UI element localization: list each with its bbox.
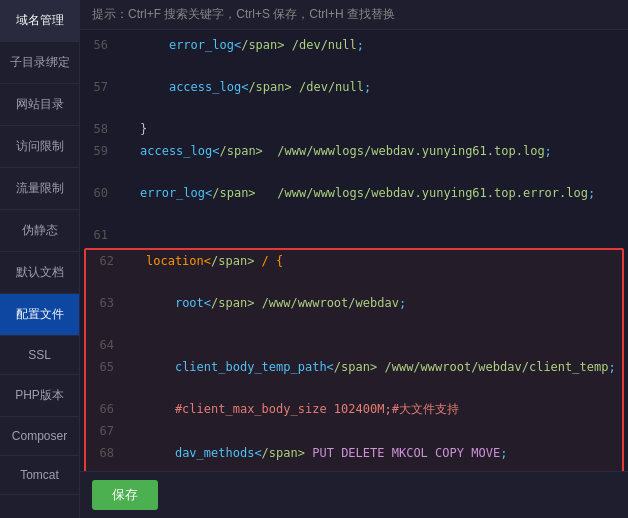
table-row: 65 client_body_temp_path</span> /www/www… <box>86 356 622 398</box>
line-number: 67 <box>86 421 122 441</box>
sidebar-item-config[interactable]: 配置文件 <box>0 294 79 336</box>
table-row: 56 error_log</span> /dev/null; <box>80 34 628 76</box>
table-row: 67 <box>86 420 622 442</box>
line-number: 61 <box>80 225 116 245</box>
table-row: 63 root</span> /www/wwwroot/webdav; <box>86 292 622 334</box>
highlighted-code-section: 62 location</span> / { 63 root</span> /w… <box>84 248 624 471</box>
table-row: 62 location</span> / { <box>86 250 622 292</box>
line-content: location</span> / { <box>146 251 622 291</box>
line-number: 56 <box>80 35 116 55</box>
sidebar-item-webdir[interactable]: 网站目录 <box>0 84 79 126</box>
sidebar-item-subdir[interactable]: 子目录绑定 <box>0 42 79 84</box>
sidebar: 域名管理 子目录绑定 网站目录 访问限制 流量限制 伪静态 默认文档 配置文件 … <box>0 0 80 518</box>
table-row: 57 access_log</span> /dev/null; <box>80 76 628 118</box>
line-content: dav_methods</span> PUT DELETE MKCOL COPY… <box>146 443 622 471</box>
line-content: #client_max_body_size 102400M;#大文件支持 <box>146 399 622 419</box>
line-number: 65 <box>86 357 122 377</box>
line-number: 58 <box>80 119 116 139</box>
sidebar-item-traffic[interactable]: 流量限制 <box>0 168 79 210</box>
line-content: root</span> /www/wwwroot/webdav; <box>146 293 622 333</box>
table-row: 58 } <box>80 118 628 140</box>
table-row: 66 #client_max_body_size 102400M;#大文件支持 <box>86 398 622 420</box>
sidebar-item-php[interactable]: PHP版本 <box>0 375 79 417</box>
line-number: 64 <box>86 335 122 355</box>
line-number: 68 <box>86 443 122 463</box>
line-number: 63 <box>86 293 122 313</box>
main-content: 提示：Ctrl+F 搜索关键字，Ctrl+S 保存，Ctrl+H 查找替换 56… <box>80 0 628 518</box>
line-content: access_log</span> /dev/null; <box>140 77 628 117</box>
sidebar-item-rewrite[interactable]: 伪静态 <box>0 210 79 252</box>
sidebar-item-access[interactable]: 访问限制 <box>0 126 79 168</box>
sidebar-item-ssl[interactable]: SSL <box>0 336 79 375</box>
sidebar-item-tomcat[interactable]: Tomcat <box>0 456 79 495</box>
line-number: 62 <box>86 251 122 271</box>
line-number: 60 <box>80 183 116 203</box>
hint-text: 提示：Ctrl+F 搜索关键字，Ctrl+S 保存，Ctrl+H 查找替换 <box>92 7 395 21</box>
sidebar-item-default-doc[interactable]: 默认文档 <box>0 252 79 294</box>
save-button[interactable]: 保存 <box>92 480 158 510</box>
line-content: } <box>140 119 628 139</box>
line-content: access_log</span> /www/wwwlogs/webdav.yu… <box>140 141 628 181</box>
line-number: 66 <box>86 399 122 419</box>
table-row: 59 access_log</span> /www/wwwlogs/webdav… <box>80 140 628 182</box>
hint-bar: 提示：Ctrl+F 搜索关键字，Ctrl+S 保存，Ctrl+H 查找替换 <box>80 0 628 30</box>
table-row: 68 dav_methods</span> PUT DELETE MKCOL C… <box>86 442 622 471</box>
table-row: 60 error_log</span> /www/wwwlogs/webdav.… <box>80 182 628 224</box>
line-content: error_log</span> /www/wwwlogs/webdav.yun… <box>140 183 628 223</box>
sidebar-item-domain[interactable]: 域名管理 <box>0 0 79 42</box>
sidebar-item-composer[interactable]: Composer <box>0 417 79 456</box>
line-content: client_body_temp_path</span> /www/wwwroo… <box>146 357 622 397</box>
line-number: 59 <box>80 141 116 161</box>
footer-bar: 保存 <box>80 471 628 518</box>
line-number: 57 <box>80 77 116 97</box>
table-row: 64 <box>86 334 622 356</box>
line-content: error_log</span> /dev/null; <box>140 35 628 75</box>
table-row: 61 <box>80 224 628 246</box>
code-editor[interactable]: 56 error_log</span> /dev/null; 57 access… <box>80 30 628 471</box>
